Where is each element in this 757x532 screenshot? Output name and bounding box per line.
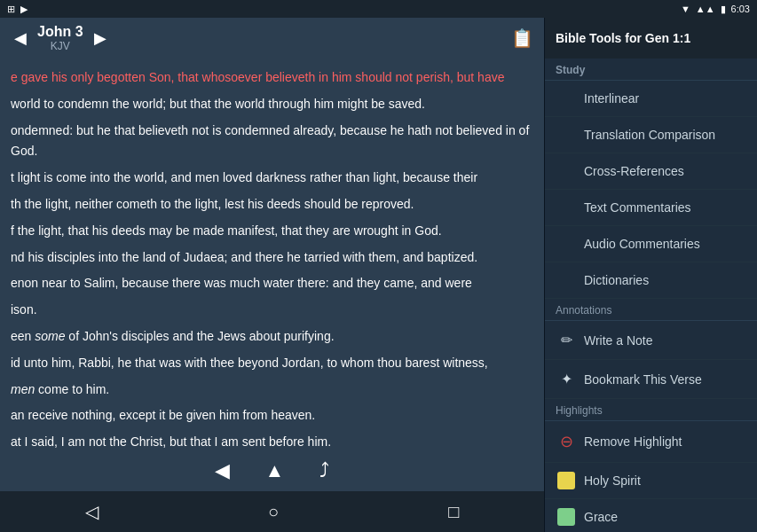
next-chapter-button[interactable]: ▶ <box>91 25 110 51</box>
verse-line-1: e gave his only begotten Son, that whoso… <box>11 67 533 89</box>
status-bar: ⊞ ▶ ▼ ▲▲ ▮ 6:03 <box>0 0 757 18</box>
menu-item-bookmark[interactable]: ✦ Bookmark This Verse <box>545 360 757 399</box>
verse-line-5: th the light, neither cometh to the ligh… <box>11 194 533 215</box>
bookmark-this-verse-icon: ✦ <box>557 371 575 387</box>
android-recent-button[interactable]: □ <box>448 502 459 522</box>
chapter-title[interactable]: John 3 KJV <box>37 24 83 52</box>
menu-item-interlinear[interactable]: Interlinear <box>545 81 757 117</box>
menu-item-text-commentaries[interactable]: Text Commentaries <box>545 190 757 226</box>
nav-center: ◀ John 3 KJV ▶ <box>11 24 110 52</box>
menu-item-write-note[interactable]: ✏ Write a Note <box>545 321 757 360</box>
text-commentaries-label: Text Commentaries <box>584 200 691 215</box>
bible-version: KJV <box>37 40 83 52</box>
menu-item-translation-comparison[interactable]: Translation Comparison <box>545 117 757 153</box>
write-note-label: Write a Note <box>584 333 653 348</box>
main-content: ◀ John 3 KJV ▶ 📋 e gave his only begotte… <box>0 18 757 532</box>
annotations-section-label: Annotations <box>545 299 757 321</box>
status-bar-left: ⊞ ▶ <box>7 4 28 15</box>
app-icon: ⊞ <box>7 4 15 15</box>
android-home-button[interactable]: ○ <box>268 502 279 522</box>
verse-line-10: een some of John's disciples and the Jew… <box>11 326 533 348</box>
right-panel-header: Bible Tools for Gen 1:1 <box>545 18 757 59</box>
up-button[interactable]: ▲ <box>265 459 285 482</box>
wifi-icon: ▲▲ <box>696 4 715 14</box>
remove-highlight-label: Remove Highlight <box>584 434 682 449</box>
highlights-section-label: Highlights <box>545 399 757 421</box>
menu-item-dictionaries[interactable]: Dictionaries <box>545 262 757 299</box>
verse-line-3: ondemned: but he that believeth not is c… <box>11 121 533 163</box>
bookmark-icon[interactable]: 📋 <box>511 27 533 49</box>
dictionaries-label: Dictionaries <box>584 273 649 287</box>
menu-item-audio-commentaries[interactable]: Audio Commentaries <box>545 226 757 262</box>
time-display: 6:03 <box>731 4 750 14</box>
bible-panel: ◀ John 3 KJV ▶ 📋 e gave his only begotte… <box>0 18 544 532</box>
verse-line-14: at I said, I am not the Christ, but that… <box>11 432 533 450</box>
verse-line-11: id unto him, Rabbi, he that was with the… <box>11 353 533 374</box>
highlight-item-holy-spirit[interactable]: Holy Spirit <box>545 463 757 499</box>
back-button[interactable]: ◀ <box>215 459 230 482</box>
menu-item-cross-references[interactable]: Cross-References <box>545 153 757 190</box>
verse-line-8: enon near to Salim, because there was mu… <box>11 273 533 294</box>
battery-icon: ▮ <box>721 4 726 15</box>
prev-chapter-button[interactable]: ◀ <box>11 25 30 51</box>
study-section-label: Study <box>545 59 757 81</box>
android-back-button[interactable]: ◁ <box>85 501 99 522</box>
translation-comparison-label: Translation Comparison <box>584 128 715 142</box>
grace-color-dot <box>557 508 575 526</box>
verse-line-12: men come to him. <box>11 379 533 401</box>
share-button[interactable]: ⤴ <box>319 459 329 482</box>
grace-label: Grace <box>584 510 618 524</box>
interlinear-label: Interlinear <box>584 91 639 106</box>
write-note-icon: ✏ <box>557 332 575 348</box>
bookmark-label: Bookmark This Verse <box>584 372 702 387</box>
android-nav-bar: ◁ ○ □ <box>0 491 544 532</box>
remove-highlight-icon: ⊖ <box>557 432 575 451</box>
verse-line-6: f the light, that his deeds may be made … <box>11 221 533 242</box>
audio-commentaries-label: Audio Commentaries <box>584 237 700 251</box>
bottom-toolbar: ◀ ▲ ⤴ <box>0 450 544 491</box>
signal-icon: ▼ <box>681 4 690 14</box>
right-panel: Bible Tools for Gen 1:1 Study Interlinea… <box>544 18 757 532</box>
status-bar-right: ▼ ▲▲ ▮ 6:03 <box>681 4 750 15</box>
right-panel-title: Bible Tools for Gen 1:1 <box>556 31 690 45</box>
book-name: John 3 <box>37 24 83 40</box>
verse-line-2: world to condemn the world; but that the… <box>11 94 533 115</box>
verse-line-13: an receive nothing, except it be given h… <box>11 405 533 426</box>
verse-line-4: t light is come into the world, and men … <box>11 168 533 189</box>
highlight-item-grace[interactable]: Grace <box>545 499 757 532</box>
cross-references-label: Cross-References <box>584 164 684 178</box>
menu-item-remove-highlight[interactable]: ⊖ Remove Highlight <box>545 421 757 463</box>
top-nav: ◀ John 3 KJV ▶ 📋 <box>0 18 544 59</box>
holy-spirit-label: Holy Spirit <box>584 473 641 488</box>
verse-line-9: ison. <box>11 300 533 321</box>
right-panel-content: Study Interlinear Translation Comparison… <box>545 59 757 532</box>
holy-spirit-color-dot <box>557 472 575 489</box>
bible-text-area: e gave his only begotten Son, that whoso… <box>0 59 544 450</box>
play-icon: ▶ <box>20 4 28 15</box>
verse-line-7: nd his disciples into the land of Judaea… <box>11 247 533 269</box>
